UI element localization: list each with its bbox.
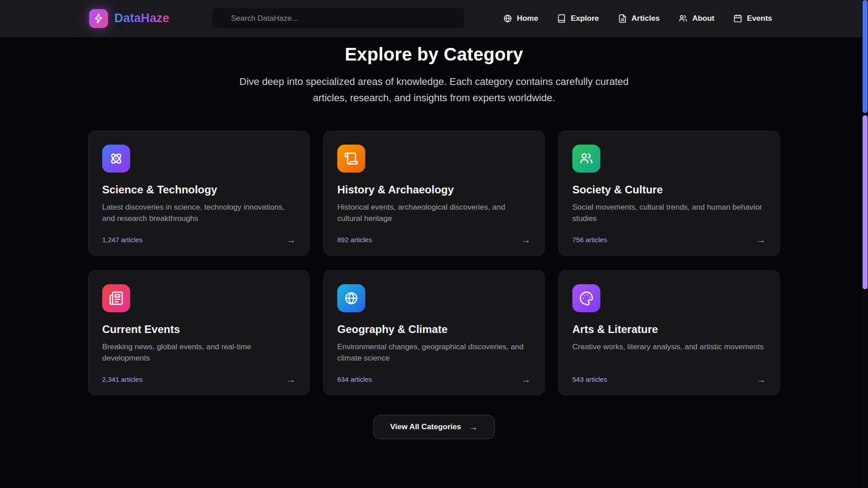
- article-count: 1,247 articles: [102, 236, 142, 244]
- article-count: 634 articles: [337, 375, 372, 383]
- nav-item-events[interactable]: Events: [733, 14, 772, 23]
- globe-icon: [503, 14, 512, 23]
- arrow-right-icon[interactable]: →: [521, 375, 531, 384]
- card-footer: 543 articles →: [572, 375, 766, 384]
- nav-item-about[interactable]: About: [679, 14, 714, 23]
- category-title: Geography & Climate: [337, 323, 531, 336]
- article-count: 2,341 articles: [102, 375, 142, 383]
- view-all-wrap: View All Categories →: [0, 415, 868, 439]
- hero-section: Explore by Category Dive deep into speci…: [0, 44, 868, 106]
- category-grid: Science & Technology Latest discoveries …: [88, 131, 780, 395]
- globe-icon: [337, 284, 365, 312]
- card-footer: 892 articles →: [337, 235, 531, 244]
- book-icon: [557, 14, 566, 23]
- scrollbar-segment-top[interactable]: [863, 0, 868, 113]
- category-title: History & Archaeology: [337, 183, 531, 196]
- category-card[interactable]: History & Archaeology Historical events,…: [323, 131, 545, 256]
- article-count: 892 articles: [337, 236, 372, 244]
- category-description: Breaking news, global events, and real-t…: [102, 341, 296, 364]
- nav-item-home[interactable]: Home: [503, 14, 538, 23]
- category-description: Creative works, literary analysis, and a…: [572, 341, 766, 352]
- calendar-icon: [733, 14, 742, 23]
- article-count: 543 articles: [572, 375, 607, 383]
- palette-icon: [572, 284, 600, 312]
- search-input[interactable]: [212, 8, 465, 29]
- category-card[interactable]: Arts & Literature Creative works, litera…: [558, 270, 780, 395]
- category-title: Society & Culture: [572, 183, 766, 196]
- view-all-label: View All Categories: [390, 422, 461, 432]
- card-footer: 1,247 articles →: [102, 235, 296, 244]
- category-card[interactable]: Science & Technology Latest discoveries …: [88, 131, 310, 256]
- atom-icon: [102, 145, 130, 173]
- category-description: Social movements, cultural trends, and h…: [572, 202, 766, 224]
- arrow-right-icon[interactable]: →: [756, 235, 766, 244]
- nav-item-label: Explore: [571, 14, 599, 23]
- scroll-icon: [337, 145, 365, 173]
- arrow-right-icon[interactable]: →: [521, 235, 531, 244]
- page-title: Explore by Category: [0, 44, 868, 65]
- category-description: Latest discoveries in science, technolog…: [102, 202, 296, 224]
- category-card[interactable]: Current Events Breaking news, global eve…: [88, 270, 310, 395]
- nav-links: HomeExploreArticlesAboutEvents: [503, 0, 772, 37]
- view-all-categories-button[interactable]: View All Categories →: [373, 415, 495, 439]
- card-footer: 2,341 articles →: [102, 375, 296, 384]
- navbar: DataHaze HomeExploreArticlesAboutEvents: [0, 0, 868, 37]
- article-icon: [618, 14, 627, 23]
- category-card[interactable]: Society & Culture Social movements, cult…: [558, 131, 780, 256]
- category-card[interactable]: Geography & Climate Environmental change…: [323, 270, 545, 395]
- arrow-right-icon[interactable]: →: [286, 375, 296, 384]
- category-title: Science & Technology: [102, 183, 296, 196]
- people-icon: [572, 145, 600, 173]
- category-description: Historical events, archaeological discov…: [337, 202, 531, 224]
- category-title: Current Events: [102, 323, 296, 336]
- newspaper-icon: [102, 284, 130, 312]
- nav-item-label: Articles: [632, 14, 660, 23]
- nav-item-articles[interactable]: Articles: [618, 14, 660, 23]
- scrollbar-thumb[interactable]: [863, 115, 868, 289]
- brand[interactable]: DataHaze: [89, 9, 170, 28]
- arrow-right-icon[interactable]: →: [286, 235, 296, 244]
- people-icon: [679, 14, 688, 23]
- arrow-right-icon: →: [469, 423, 478, 432]
- category-title: Arts & Literature: [572, 323, 766, 336]
- card-footer: 756 articles →: [572, 235, 766, 244]
- search-box: [212, 8, 465, 29]
- brand-name: DataHaze: [114, 11, 170, 25]
- nav-item-label: About: [692, 14, 714, 23]
- article-count: 756 articles: [572, 236, 607, 244]
- nav-item-label: Events: [747, 14, 772, 23]
- nav-item-label: Home: [517, 14, 538, 23]
- nav-item-explore[interactable]: Explore: [557, 14, 599, 23]
- category-description: Environmental changes, geographical disc…: [337, 341, 531, 364]
- page-subtitle: Dive deep into specialized areas of know…: [231, 74, 637, 106]
- card-footer: 634 articles →: [337, 375, 531, 384]
- lightning-bolt-icon: [89, 9, 108, 28]
- arrow-right-icon[interactable]: →: [756, 375, 766, 384]
